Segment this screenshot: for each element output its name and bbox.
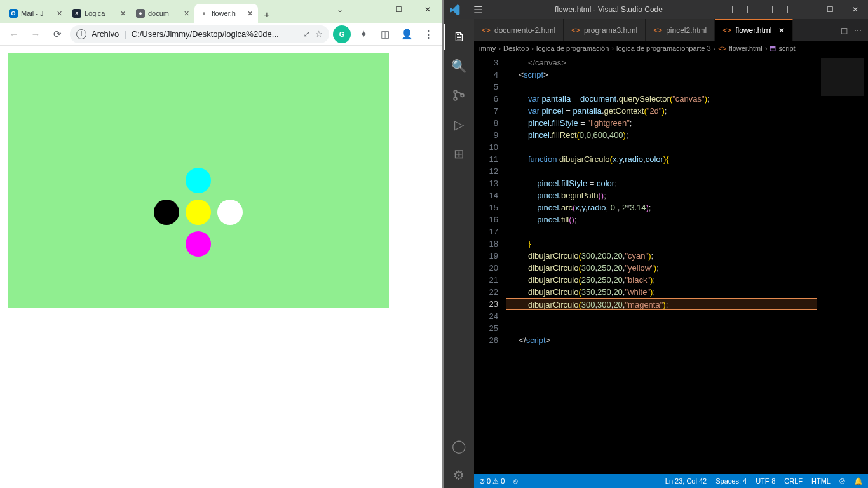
extensions-icon[interactable]: ✦	[355, 25, 372, 43]
status-item[interactable]: HTML	[811, 477, 831, 485]
code-line[interactable]: </script>	[506, 334, 817, 346]
minimize-button[interactable]: —	[792, 0, 817, 19]
vscode-titlebar: ☰ flower.html - Visual Studio Code — ☐ ✕	[444, 0, 868, 19]
close-button[interactable]: ✕	[843, 0, 868, 19]
profile-avatar[interactable]: 👤	[398, 25, 416, 43]
code-line[interactable]: pincel.fill();	[506, 214, 817, 226]
code-line[interactable]: pincel.beginPath();	[506, 189, 817, 201]
status-item[interactable]: CRLF	[784, 477, 803, 485]
code-line[interactable]	[506, 322, 817, 334]
layout-icon[interactable]	[763, 6, 773, 13]
status-item[interactable]: Ln 23, Col 42	[665, 477, 707, 485]
breadcrumb-item[interactable]: Desktop	[503, 44, 529, 52]
browser-tab[interactable]: OMail - J✕	[4, 4, 67, 23]
chrome-menu-button[interactable]: ⋮	[419, 25, 437, 43]
minimap[interactable]	[817, 55, 868, 474]
translate-icon[interactable]: ⤢	[303, 29, 310, 39]
maximize-button[interactable]: ☐	[817, 0, 843, 19]
breadcrumb-item[interactable]: flower.html	[729, 44, 763, 52]
breadcrumb-item[interactable]: immy	[479, 44, 496, 52]
circle-shape	[217, 200, 243, 225]
code-line[interactable]: dibujarCirculo(300,300,20,"magenta");	[506, 298, 817, 310]
grammarly-icon[interactable]: G	[333, 25, 351, 43]
code-line[interactable]: dibujarCirculo(350,250,20,"white");	[506, 286, 817, 298]
reload-button[interactable]: ⟳	[48, 25, 66, 43]
site-info-icon[interactable]: i	[76, 29, 86, 39]
line-number: 7	[474, 105, 498, 117]
forward-button[interactable]: →	[27, 25, 44, 43]
line-number: 26	[474, 334, 498, 346]
layout-icon[interactable]	[732, 6, 742, 13]
close-tab-icon[interactable]: ✕	[778, 26, 785, 35]
back-button[interactable]: ←	[5, 25, 23, 43]
maximize-button[interactable]: ☐	[384, 0, 413, 19]
line-number: 17	[474, 226, 498, 238]
editor-tab[interactable]: <>programa3.html	[564, 19, 646, 41]
close-button[interactable]: ✕	[413, 0, 442, 19]
close-tab-icon[interactable]: ✕	[247, 10, 253, 18]
code-line[interactable]	[506, 226, 817, 238]
address-bar[interactable]: i Archivo | C:/Users/Jimmy/Desktop/logic…	[70, 25, 329, 43]
code-line[interactable]: pincel.fillStyle = "lightgreen";	[506, 117, 817, 129]
browser-tab[interactable]: ●docum✕	[131, 4, 194, 23]
new-tab-button[interactable]: +	[258, 5, 276, 23]
accounts-icon[interactable]: ◯	[444, 433, 474, 459]
code-line[interactable]: <script>	[506, 69, 817, 81]
code-line[interactable]	[506, 81, 817, 93]
code-line[interactable]: var pincel = pantalla.getContext("2d");	[506, 105, 817, 117]
close-tab-icon[interactable]: ✕	[120, 10, 126, 18]
code-line[interactable]	[506, 165, 817, 177]
layout-icon[interactable]	[778, 6, 788, 13]
close-tab-icon[interactable]: ✕	[184, 10, 189, 18]
status-item[interactable]: ⧁	[839, 477, 845, 485]
breadcrumbs[interactable]: immy›Desktop›logica de programación›logi…	[474, 41, 868, 55]
circle-shape	[186, 168, 211, 193]
minimize-button[interactable]: —	[355, 0, 384, 19]
close-tab-icon[interactable]: ✕	[57, 10, 62, 18]
explorer-icon[interactable]: 🗎	[444, 24, 474, 50]
chevron-right-icon: ›	[498, 44, 501, 52]
code-line[interactable]: dibujarCirculo(250,250,20,"black");	[506, 274, 817, 286]
settings-gear-icon[interactable]: ⚙	[444, 463, 474, 488]
hamburger-menu-icon[interactable]: ☰	[466, 4, 489, 16]
editor-tab[interactable]: <>pincel2.html	[646, 19, 715, 41]
code-line[interactable]	[506, 141, 817, 153]
more-actions-icon[interactable]: ⋯	[854, 26, 862, 35]
tabs-icon[interactable]: ◫	[376, 25, 394, 43]
code-content[interactable]: </canvas> <script> var pantalla = docume…	[506, 55, 817, 474]
browser-tab[interactable]: ●flower.h✕	[194, 4, 258, 23]
status-item[interactable]: Spaces: 4	[715, 477, 747, 485]
code-editor[interactable]: 3456789101112131415161718192021222324252…	[474, 55, 868, 474]
run-debug-icon[interactable]: ▷	[444, 112, 474, 137]
split-editor-icon[interactable]: ◫	[841, 26, 848, 35]
vscode-window-controls: — ☐ ✕	[792, 0, 868, 19]
status-item[interactable]: ⊘ 0 ⚠ 0	[479, 477, 505, 485]
breadcrumb-item[interactable]: script	[778, 44, 795, 52]
source-control-icon[interactable]	[444, 83, 474, 108]
editor-tab[interactable]: <>flower.html✕	[715, 19, 792, 41]
line-number: 20	[474, 262, 498, 274]
chrome-caret-icon[interactable]: ⌄	[325, 0, 355, 19]
layout-icon[interactable]	[747, 6, 757, 13]
breadcrumb-item[interactable]: logica de programacionparte 3	[616, 44, 711, 52]
browser-tab[interactable]: aLógica✕	[67, 4, 131, 23]
star-icon[interactable]: ☆	[315, 29, 323, 39]
status-item[interactable]: 🔔	[854, 477, 863, 485]
code-line[interactable]: }	[506, 238, 817, 250]
search-icon[interactable]: 🔍	[444, 53, 474, 79]
code-line[interactable]: </canvas>	[506, 57, 817, 69]
extensions-icon[interactable]: ⊞	[444, 141, 474, 166]
code-line[interactable]: pincel.fillRect(0,0,600,400);	[506, 129, 817, 141]
code-line[interactable]: dibujarCirculo(300,250,20,"yellow");	[506, 262, 817, 274]
code-line[interactable]: pincel.fillStyle = color;	[506, 177, 817, 189]
status-item[interactable]: ⎋	[513, 477, 518, 485]
status-item[interactable]: UTF-8	[756, 477, 775, 485]
breadcrumb-item[interactable]: logica de programación	[536, 44, 609, 52]
code-line[interactable]: var pantalla = document.querySelector("c…	[506, 93, 817, 105]
line-number: 9	[474, 129, 498, 141]
code-line[interactable]: dibujarCirculo(300,200,20,"cyan");	[506, 250, 817, 262]
editor-tab[interactable]: <>documento-2.html	[474, 19, 564, 41]
code-line[interactable]	[506, 310, 817, 322]
code-line[interactable]: function dibujarCirculo(x,y,radio,color)…	[506, 153, 817, 165]
code-line[interactable]: pincel.arc(x,y,radio, 0 , 2*3.14);	[506, 201, 817, 214]
